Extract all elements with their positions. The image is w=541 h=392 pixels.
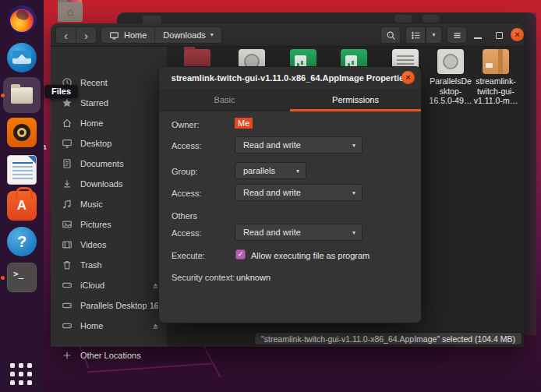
search-button[interactable] xyxy=(380,26,401,44)
terminal-icon[interactable]: >_ xyxy=(7,263,37,292)
sidebar-label: Starred xyxy=(80,98,108,108)
streamlink-appimage-icon[interactable] xyxy=(483,49,509,74)
home-glyph: ⌂ xyxy=(67,5,73,18)
group-label: Group: xyxy=(171,167,198,176)
properties-dialog: streamlink-twitch-gui-v1.11.0-x86_64.App… xyxy=(158,66,422,323)
sidebar-item-documents[interactable]: Documents xyxy=(51,154,168,174)
file-label-line: v1.11.0-m… xyxy=(468,96,524,106)
tab-basic[interactable]: Basic xyxy=(159,89,290,111)
question-glyph: ? xyxy=(17,233,27,251)
view-options-button[interactable]: ▾ xyxy=(426,26,442,44)
sidebar-label: Trash xyxy=(80,260,102,270)
help-icon[interactable]: ? xyxy=(7,227,37,256)
desktop: ⌂ Pa ‹ › Home Dow xyxy=(0,0,541,392)
sidebar-label: Recent xyxy=(80,78,108,87)
dropdown-value: Read and write xyxy=(243,188,301,197)
files-icon[interactable] xyxy=(7,80,37,110)
window-close-button[interactable]: × xyxy=(511,28,524,41)
sidebar-label: Pictures xyxy=(80,220,111,229)
tab-label: Permissions xyxy=(332,95,379,104)
minimize-button[interactable] xyxy=(469,26,486,44)
close-icon: × xyxy=(514,30,519,39)
execute-checkbox-label[interactable]: Allow executing file as program xyxy=(251,251,370,260)
hamburger-icon xyxy=(452,30,462,41)
prompt-glyph: >_ xyxy=(13,269,23,279)
sidebar-item-other-locations[interactable]: Other Locations xyxy=(51,345,168,366)
terminal-running-indicator xyxy=(1,276,5,280)
ubuntu-software-icon[interactable]: A xyxy=(7,191,37,221)
group-access-label: Access: xyxy=(171,189,202,198)
back-icon: ‹ xyxy=(64,30,68,41)
eject-icon[interactable] xyxy=(151,322,160,330)
dropdown-value: Read and write xyxy=(243,228,301,237)
sidebar-item-icloud[interactable]: iCloud xyxy=(51,275,168,295)
sidebar-item-desktop[interactable]: Desktop xyxy=(51,133,168,154)
path-home-button[interactable]: Home xyxy=(101,27,154,43)
file-label-line: twitch-gui- xyxy=(468,87,524,97)
sidebar-item-trash[interactable]: Trash xyxy=(51,255,168,275)
sidebar-item-home[interactable]: Home xyxy=(51,113,168,133)
background-window-button xyxy=(423,15,440,23)
background-window-button xyxy=(394,15,412,23)
menu-button[interactable] xyxy=(447,26,467,44)
others-access-dropdown[interactable]: Read and write ▾ xyxy=(235,224,362,241)
header-bar: ‹ › Home Downloads ▾ xyxy=(51,23,524,47)
owner-value[interactable]: Me xyxy=(235,118,253,129)
trash-icon xyxy=(62,260,72,270)
firefox-icon[interactable] xyxy=(7,5,37,35)
thunderbird-icon[interactable] xyxy=(7,43,37,72)
sidebar-label: Desktop xyxy=(80,139,111,148)
sidebar-label: Other Locations xyxy=(80,351,141,360)
path-current-folder-button[interactable]: Downloads ▾ xyxy=(155,27,221,43)
sidebar-label: Videos xyxy=(80,240,106,249)
list-view-icon xyxy=(411,30,421,41)
app-grid-button[interactable] xyxy=(10,363,35,387)
file-label[interactable]: streamlink- twitch-gui- v1.11.0-m… xyxy=(468,76,524,106)
libreoffice-writer-icon[interactable] xyxy=(7,155,37,185)
folder-glyph xyxy=(11,87,33,104)
group-dropdown[interactable]: parallels ▾ xyxy=(235,162,306,179)
maximize-icon xyxy=(496,32,503,39)
parallels-dmg-icon[interactable] xyxy=(437,49,464,74)
drive-icon xyxy=(62,280,72,291)
files-running-indicator xyxy=(1,94,5,97)
sidebar-item-home-drive[interactable]: Home xyxy=(51,316,168,336)
sidebar-item-pictures[interactable]: Pictures xyxy=(51,214,168,235)
owner-access-dropdown[interactable]: Read and write ▾ xyxy=(235,136,362,154)
view-toggle-button[interactable] xyxy=(405,26,426,44)
video-icon xyxy=(62,239,72,250)
maximize-button[interactable] xyxy=(490,26,507,44)
sidebar-item-videos[interactable]: Videos xyxy=(51,235,168,255)
nav-buttons: ‹ › xyxy=(55,26,97,44)
drive-icon xyxy=(62,320,72,331)
forward-icon: › xyxy=(84,30,88,41)
security-context-value: unknown xyxy=(236,273,270,282)
rhythmbox-icon[interactable] xyxy=(7,118,37,147)
dialog-title: streamlink-twitch-gui-v1.11.0-x86_64.App… xyxy=(171,73,408,83)
execute-checkbox[interactable]: ✓ xyxy=(235,249,246,260)
desktop-home-folder-icon[interactable]: ⌂ xyxy=(58,2,83,22)
dialog-tabs: Basic Permissions xyxy=(159,89,421,111)
sidebar-label: Home xyxy=(80,118,103,128)
sidebar-item-downloads[interactable]: Downloads xyxy=(51,174,168,194)
sidebar-item-music[interactable]: Music xyxy=(51,194,168,214)
sidebar-label: Home xyxy=(80,321,103,330)
dropdown-value: Read and write xyxy=(243,140,301,150)
sidebar-item-parallels-desktop[interactable]: Parallels Desktop 16 xyxy=(51,295,168,316)
home-icon xyxy=(62,118,72,129)
sidebar-label: Parallels Desktop 16 xyxy=(80,301,159,310)
file-label-line: streamlink- xyxy=(468,76,524,87)
dialog-close-button[interactable]: × xyxy=(401,71,415,84)
dock-tooltip: Files xyxy=(44,85,78,98)
chevron-down-icon: ▾ xyxy=(210,32,214,38)
sidebar-label: Music xyxy=(80,200,103,209)
status-text: "streamlink-twitch-gui-v1.11.0-x86_64.Ap… xyxy=(261,334,515,344)
forward-button[interactable]: › xyxy=(76,27,96,43)
group-access-dropdown[interactable]: Read and write ▾ xyxy=(235,184,362,201)
security-context-label: Security context: xyxy=(171,273,235,282)
sidebar-label: Documents xyxy=(80,159,124,168)
others-label: Others xyxy=(171,211,197,221)
back-button[interactable]: ‹ xyxy=(56,27,76,43)
store-letter: A xyxy=(17,198,27,214)
tab-permissions[interactable]: Permissions xyxy=(290,89,421,111)
